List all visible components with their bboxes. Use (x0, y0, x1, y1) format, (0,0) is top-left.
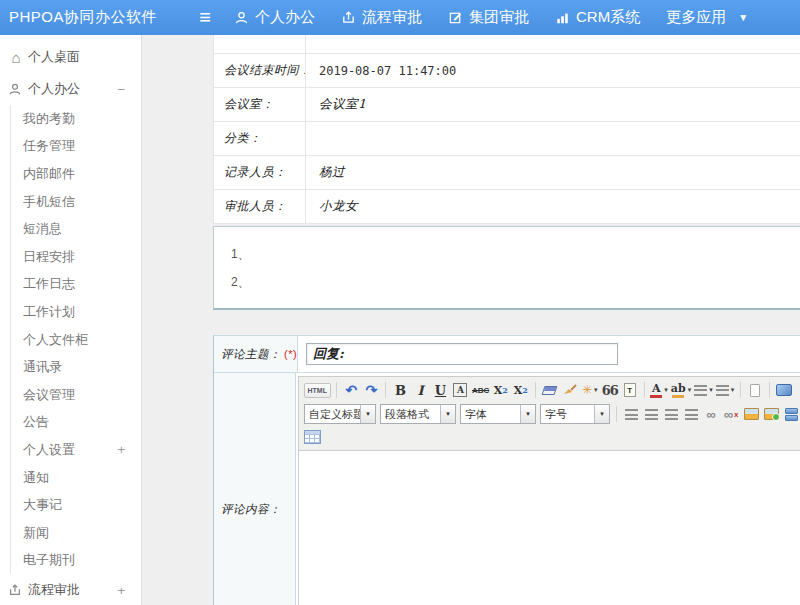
editor-content[interactable] (299, 451, 800, 605)
meeting-end-time-row: 会议结束时间： 2019-08-07 11:47:00 (214, 54, 800, 88)
insert-table-button[interactable] (303, 427, 322, 447)
collapse-icon[interactable]: − (117, 82, 125, 97)
sidebar-item-mobile-sms[interactable]: 手机短信 (11, 188, 141, 216)
nav-item-crm-system[interactable]: CRM系统 (555, 8, 640, 27)
link-icon: ∞ (706, 407, 715, 422)
field-label: 评论内容： (214, 373, 296, 605)
category-row: 分类： (214, 122, 800, 156)
sidebar-item-work-plan[interactable]: 工作计划 (11, 298, 141, 326)
sidebar-item-major-events[interactable]: 大事记 (11, 491, 141, 519)
undo-button[interactable]: ↶ (342, 380, 361, 400)
field-value: 会议室1 (306, 88, 800, 121)
font-size-select[interactable]: 字号▾ (540, 404, 610, 424)
expand-icon[interactable]: + (117, 583, 125, 598)
sidebar-item-personal-settings[interactable]: 个人设置+ (11, 436, 141, 464)
insert-link-button[interactable]: ∞ (702, 404, 721, 424)
main-content: 会议结束时间： 2019-08-07 11:47:00 会议室： 会议室1 分类… (142, 35, 800, 605)
sidebar-item-work-log[interactable]: 工作日志 (11, 271, 141, 299)
nav-item-more-apps[interactable]: 更多应用 (666, 8, 726, 27)
comment-subject-input[interactable] (306, 343, 618, 365)
expand-icon[interactable]: + (117, 442, 125, 457)
media-icon (785, 407, 798, 422)
field-value: 2019-08-07 11:47:00 (306, 54, 800, 87)
html-source-button[interactable]: HTML (303, 380, 332, 400)
nav-item-workflow-approval[interactable]: 流程审批 (341, 8, 422, 27)
meeting-info-table: 会议结束时间： 2019-08-07 11:47:00 会议室： 会议室1 分类… (213, 35, 800, 224)
blockquote-button[interactable]: 66 (600, 380, 619, 400)
sidebar-item-personal-file-cabinet[interactable]: 个人文件柜 (11, 326, 141, 354)
toolbar-row-2: 自定义标题▾ 段落格式▾ 字体▾ 字号▾ ∞ ∞x (302, 402, 800, 426)
sidebar-item-meeting-management[interactable]: 会议管理 (11, 381, 141, 409)
sidebar-item-e-journal[interactable]: 电子期刊 (11, 547, 141, 575)
format-brush-button[interactable] (560, 380, 579, 400)
orange-color-bar-icon (672, 395, 684, 398)
caret-down-icon: ▾ (731, 386, 735, 394)
redo-button[interactable]: ↷ (362, 380, 381, 400)
clipboard-icon: T (624, 383, 636, 397)
sidebar-item-news[interactable]: 新闻 (11, 519, 141, 547)
add-image-icon (764, 408, 779, 420)
hamburger-menu-icon[interactable]: ≡ (190, 0, 220, 35)
new-page-button[interactable] (745, 380, 764, 400)
insert-image-button[interactable] (762, 404, 781, 424)
align-justify-icon (685, 409, 698, 420)
superscript-button[interactable]: X2 (491, 380, 510, 400)
caret-down-icon: ▾ (688, 386, 692, 394)
sidebar-item-label: 流程审批 (28, 581, 80, 599)
sidebar-item-internal-mail[interactable]: 内部邮件 (11, 160, 141, 188)
sidebar-item-contacts[interactable]: 通讯录 (11, 353, 141, 381)
bold-button[interactable]: B (391, 380, 410, 400)
char-border-button[interactable]: A (451, 380, 470, 400)
strikethrough-button[interactable]: ABC (471, 380, 490, 400)
meeting-room-row: 会议室： 会议室1 (214, 88, 800, 122)
user-icon (234, 10, 249, 25)
align-right-button[interactable] (662, 404, 681, 424)
field-label: 记录人员： (214, 156, 306, 189)
top-nav: 个人办公 流程审批 集团审批 CRM系统 更多应用 ▼ (234, 8, 748, 27)
align-justify-button[interactable] (682, 404, 701, 424)
sidebar-item-short-message[interactable]: 短消息 (11, 215, 141, 243)
align-center-icon (645, 409, 658, 420)
unlink-button[interactable]: ∞x (722, 404, 741, 424)
sidebar-item-announcement[interactable]: 公告 (11, 409, 141, 437)
sidebar-item-my-attendance[interactable]: 我的考勤 (11, 105, 141, 133)
fullscreen-button[interactable] (774, 380, 793, 400)
italic-button[interactable]: I (411, 380, 430, 400)
caret-down-icon[interactable]: ▼ (738, 12, 748, 23)
auto-format-button[interactable]: ✳▾ (580, 380, 599, 400)
paragraph-format-select[interactable]: 段落格式▾ (380, 404, 456, 424)
sidebar-item-personal-office[interactable]: 个人办公 − (0, 73, 141, 105)
sidebar-item-task-management[interactable]: 任务管理 (11, 133, 141, 161)
underline-button[interactable]: U (431, 380, 450, 400)
sidebar-item-personal-desktop[interactable]: ⌂ 个人桌面 (0, 41, 141, 73)
table-grid-icon (304, 430, 321, 444)
paste-as-text-button[interactable]: T (620, 380, 639, 400)
wand-icon: ✳ (582, 383, 592, 397)
font-family-select[interactable]: 字体▾ (460, 404, 536, 424)
align-left-icon (625, 409, 638, 420)
unordered-list-button[interactable]: ▾ (715, 380, 736, 400)
image-button[interactable] (742, 404, 761, 424)
sidebar-item-schedule[interactable]: 日程安排 (11, 243, 141, 271)
user-icon (8, 82, 24, 96)
heading-select[interactable]: 自定义标题▾ (304, 404, 376, 424)
ordered-list-icon (694, 385, 707, 396)
red-color-bar-icon (650, 395, 662, 398)
remove-format-button[interactable] (540, 380, 559, 400)
nav-item-group-approval[interactable]: 集团审批 (448, 8, 529, 27)
nav-item-personal-office[interactable]: 个人办公 (234, 8, 315, 27)
highlight-color-button[interactable]: ab▾ (670, 380, 692, 400)
caret-down-icon: ▾ (520, 405, 535, 423)
media-button[interactable] (782, 404, 800, 424)
sidebar-item-notification[interactable]: 通知 (11, 464, 141, 492)
subscript-button[interactable]: X2 (511, 380, 530, 400)
sidebar-item-workflow-approval[interactable]: 流程审批 + (0, 574, 141, 605)
font-color-button[interactable]: A▾ (649, 380, 669, 400)
align-center-button[interactable] (642, 404, 661, 424)
align-left-button[interactable] (622, 404, 641, 424)
brush-icon (563, 381, 577, 399)
eraser-icon (542, 386, 558, 395)
caret-down-icon: ▾ (360, 405, 375, 423)
boxed-a-icon: A (453, 383, 467, 397)
ordered-list-button[interactable]: ▾ (693, 380, 714, 400)
